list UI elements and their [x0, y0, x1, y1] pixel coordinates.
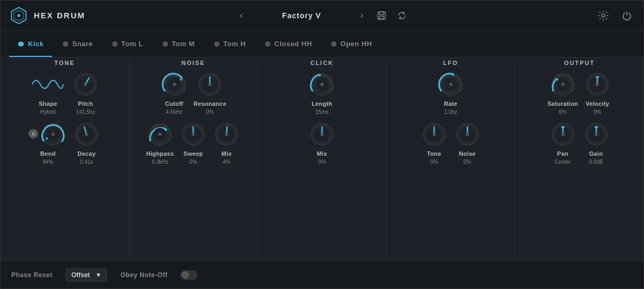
saturation-knob[interactable] [549, 70, 577, 98]
tab-snare[interactable]: Snare [54, 35, 101, 52]
obey-note-off-label: Obey Note-Off [120, 271, 167, 279]
tab-tom-l[interactable]: Tom L [104, 35, 152, 52]
resonance-value: 0% [206, 109, 214, 115]
pitch-knob[interactable] [71, 70, 99, 98]
prev-preset-button[interactable]: ‹ [234, 8, 249, 23]
svg-point-34 [225, 133, 228, 136]
svg-point-48 [433, 133, 436, 136]
power-button[interactable] [619, 8, 635, 24]
refresh-button[interactable] [394, 8, 410, 24]
pan-value: Center [555, 159, 571, 165]
noise-row1: Cutoff 4.6kHz Resonance 0% [160, 70, 226, 115]
lfo-tone-knob[interactable] [420, 120, 448, 148]
decay-value: 0.41s [80, 159, 93, 165]
decay-knob[interactable] [72, 120, 100, 148]
length-knob[interactable] [308, 70, 336, 98]
highpass-label: Highpass [146, 150, 174, 157]
velocity-value: 0% [594, 109, 601, 115]
tab-open-hh-label: Open HH [340, 40, 372, 48]
resonance-knob[interactable] [196, 70, 224, 98]
sections-wrapper: TONE Shape Hybrid [1, 57, 643, 261]
next-preset-button[interactable]: › [354, 8, 369, 23]
cutoff-value: 4.6kHz [166, 109, 182, 115]
svg-point-14 [46, 138, 48, 140]
tab-closed-hh[interactable]: Closed HH [257, 35, 320, 52]
settings-button[interactable] [595, 8, 611, 24]
svg-point-27 [158, 133, 162, 136]
bend-knob[interactable] [39, 120, 67, 148]
pitch-label: Pitch [78, 100, 93, 107]
noise-mix-knob[interactable] [213, 120, 240, 148]
rate-label: Rate [444, 100, 457, 107]
svg-rect-5 [379, 16, 384, 19]
svg-point-54 [561, 83, 565, 86]
shape-label: Shape [39, 100, 57, 107]
preset-nav: ‹ Factory V › [234, 8, 410, 24]
noise-mix-label: Mix [222, 150, 232, 157]
svg-point-66 [595, 133, 598, 136]
cutoff-knob-group: Cutoff 4.6kHz [160, 70, 188, 115]
lfo-noise-knob[interactable] [453, 120, 481, 148]
pan-knob[interactable] [549, 120, 577, 148]
output-section: OUTPUT Saturation 6% [515, 57, 643, 261]
tab-tom-h[interactable]: Tom H [206, 35, 254, 52]
highpass-knob[interactable] [146, 120, 174, 148]
highpass-value: 6.3kHz [152, 159, 169, 165]
svg-point-41 [320, 133, 324, 136]
sweep-knob[interactable] [179, 120, 207, 148]
cutoff-knob[interactable] [160, 70, 188, 98]
rate-knob-group: Rate 1.0hz [437, 70, 465, 115]
sweep-label: Sweep [184, 150, 203, 157]
closed-hh-dot [265, 41, 270, 47]
app-window: HEX DRUM ‹ Factory V › [0, 0, 644, 289]
sweep-value: 0% [189, 159, 197, 165]
shape-waveform [30, 70, 66, 98]
resonance-knob-group: Resonance 0% [194, 70, 226, 115]
tone-row2: A Bend 94% [28, 120, 100, 165]
decay-knob-group: Decay 0.41s [72, 120, 100, 165]
dropdown-arrow-icon: ▼ [96, 271, 102, 279]
svg-rect-67 [595, 126, 598, 128]
logo-area: HEX DRUM [9, 6, 234, 25]
svg-marker-7 [18, 41, 24, 47]
velocity-knob-group: Velocity 0% [583, 70, 611, 115]
tab-tom-m[interactable]: Tom M [154, 35, 203, 52]
svg-point-38 [319, 74, 321, 76]
click-row1: Length 15ms [308, 70, 336, 115]
tab-open-hh[interactable]: Open HH [323, 35, 380, 52]
svg-point-45 [452, 74, 454, 76]
logo-icon [9, 6, 28, 25]
main-content: TONE Shape Hybrid [1, 57, 643, 288]
saturation-label: Saturation [547, 100, 578, 107]
noise-mix-value: 4% [223, 159, 230, 165]
gain-knob[interactable] [582, 120, 610, 148]
velocity-knob[interactable] [583, 70, 611, 98]
svg-rect-4 [379, 12, 384, 15]
pitch-value: 141.5hz [76, 109, 96, 115]
svg-point-21 [180, 78, 182, 81]
velocity-label: Velocity [586, 100, 609, 107]
rate-knob[interactable] [437, 70, 465, 98]
obey-note-off-toggle[interactable] [180, 270, 197, 280]
bend-label: Bend [40, 150, 56, 157]
open-hh-dot [331, 41, 336, 47]
svg-point-37 [320, 83, 324, 86]
svg-point-10 [84, 83, 87, 86]
lfo-noise-knob-group: Noise 0% [453, 120, 481, 165]
svg-point-31 [192, 133, 195, 136]
tab-kick[interactable]: Kick [9, 35, 52, 52]
lfo-section: LFO Rate 1.0hz [386, 57, 515, 261]
kick-tab-icon [18, 41, 24, 47]
svg-point-28 [165, 129, 167, 131]
output-title: OUTPUT [564, 60, 595, 66]
length-label: Length [312, 100, 332, 107]
click-mix-knob[interactable] [308, 120, 336, 148]
tom-l-dot [112, 41, 118, 47]
phase-reset-dropdown[interactable]: Offset ▼ [65, 268, 108, 282]
snare-dot [63, 41, 68, 47]
tom-h-dot [214, 41, 219, 47]
lfo-tone-label: Tone [427, 150, 441, 157]
lfo-tone-value: 0% [430, 159, 438, 165]
save-button[interactable] [374, 8, 390, 24]
noise-section: NOISE Cutoff 4.6kHz [129, 57, 258, 261]
